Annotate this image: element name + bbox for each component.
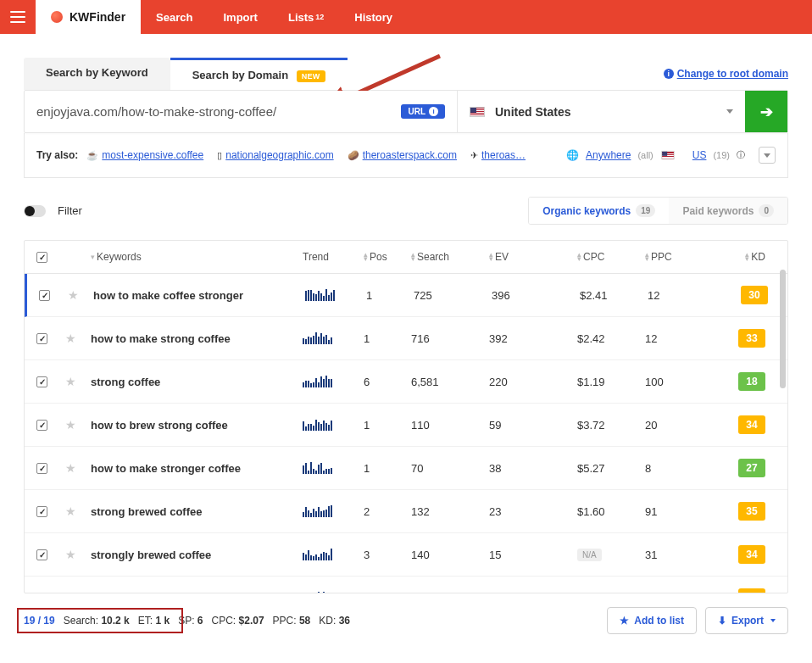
url-badge[interactable]: URL i bbox=[401, 104, 445, 119]
table-row[interactable]: ★ strong coffee beans 4 208 15 $1.31 100… bbox=[25, 577, 787, 593]
row-checkbox[interactable] bbox=[36, 593, 47, 593]
favorite-star[interactable]: ★ bbox=[65, 332, 76, 345]
country-select[interactable]: United States bbox=[457, 91, 745, 132]
col-cpc[interactable]: ▴▾CPC bbox=[577, 251, 645, 263]
select-all-checkbox[interactable] bbox=[36, 252, 47, 263]
try-item[interactable]: ✈theroas… bbox=[470, 149, 526, 161]
col-search[interactable]: ▴▾Search bbox=[411, 251, 489, 263]
col-keywords[interactable]: ▾Keywords bbox=[91, 251, 303, 263]
keyword-type-tabs: Organic keywords 19 Paid keywords 0 bbox=[528, 197, 788, 225]
favorite-star[interactable]: ★ bbox=[65, 591, 76, 593]
trend-bars-icon bbox=[303, 419, 332, 431]
anywhere-count: (all) bbox=[637, 150, 653, 160]
sort-icon: ▴▾ bbox=[745, 253, 749, 261]
table-row[interactable]: ★ how to make stronger coffee 1 70 38 $5… bbox=[25, 447, 787, 490]
export-label: Export bbox=[731, 615, 764, 627]
menu-button[interactable] bbox=[0, 0, 36, 34]
filter-toggle[interactable] bbox=[24, 205, 46, 217]
star-icon: ★ bbox=[620, 615, 629, 627]
table-row[interactable]: ★ how to make strong coffee 1 716 392 $2… bbox=[25, 317, 787, 360]
site-icon: ✈ bbox=[470, 150, 478, 161]
cell-trend bbox=[305, 289, 366, 301]
site-icon: 🥔 bbox=[348, 150, 359, 161]
row-checkbox[interactable] bbox=[36, 333, 47, 344]
search-submit-button[interactable]: ➔ bbox=[745, 91, 787, 132]
table-row[interactable]: ★ how to brew strong coffee 1 110 59 $3.… bbox=[25, 404, 787, 447]
col-ev[interactable]: ▴▾EV bbox=[489, 251, 577, 263]
favorite-star[interactable]: ★ bbox=[65, 504, 76, 518]
table-row[interactable]: ★ how to make coffee stronger 1 725 396 … bbox=[25, 274, 787, 317]
nav-lists[interactable]: Lists12 bbox=[273, 0, 339, 34]
nav-history[interactable]: History bbox=[339, 0, 408, 34]
kd-badge: 18 bbox=[738, 372, 765, 391]
cell-cpc: $3.72 bbox=[577, 419, 645, 432]
search-mode-tabs: Search by Keyword Search by Domain NEW bbox=[24, 58, 348, 90]
lang-icon: ⓘ bbox=[737, 149, 745, 161]
cell-keyword: how to make strong coffee bbox=[91, 332, 303, 345]
location-filters: 🌐 Anywhere (all) US (19) ⓘ bbox=[566, 147, 776, 164]
try-link[interactable]: theroasterspack.com bbox=[363, 149, 457, 161]
us-count: (19) bbox=[713, 150, 730, 160]
keywords-table: ▾Keywords Trend ▴▾Pos ▴▾Search ▴▾EV ▴▾CP… bbox=[24, 240, 788, 593]
change-link-label: Change to root domain bbox=[677, 68, 788, 80]
cell-ev: 15 bbox=[489, 549, 577, 561]
nav-search[interactable]: Search bbox=[141, 0, 208, 34]
cell-search: 132 bbox=[411, 505, 489, 518]
tab-paid-label: Paid keywords bbox=[682, 205, 754, 217]
try-item[interactable]: ▯nationalgeographic.com bbox=[217, 149, 333, 161]
anywhere-link[interactable]: Anywhere bbox=[586, 149, 631, 161]
table-row[interactable]: ★ strong brewed coffee 2 132 23 $1.60 91… bbox=[25, 490, 787, 533]
col-pos[interactable]: ▴▾Pos bbox=[364, 251, 411, 263]
cell-trend bbox=[303, 549, 364, 560]
globe-icon: 🌐 bbox=[566, 149, 579, 161]
nav-import[interactable]: Import bbox=[208, 0, 272, 34]
favorite-star[interactable]: ★ bbox=[68, 288, 79, 302]
cell-search: 725 bbox=[414, 289, 492, 302]
table-row[interactable]: ★ strong coffee 6 6,581 220 $1.19 100 18 bbox=[25, 360, 787, 404]
row-checkbox[interactable] bbox=[36, 549, 47, 560]
try-item[interactable]: ☕most-expensive.coffee bbox=[86, 149, 203, 161]
table-row[interactable]: ★ strongly brewed coffee 3 140 15 N/A 31… bbox=[25, 533, 787, 577]
cell-cpc: N/A bbox=[577, 549, 645, 561]
cell-search: 70 bbox=[411, 462, 489, 475]
cell-pos: 1 bbox=[364, 462, 411, 475]
site-icon: ☕ bbox=[86, 150, 98, 161]
row-checkbox[interactable] bbox=[39, 290, 50, 301]
add-to-list-button[interactable]: ★ Add to list bbox=[607, 607, 697, 634]
change-root-domain-link[interactable]: i Change to root domain bbox=[664, 68, 788, 80]
table-head: ▾Keywords Trend ▴▾Pos ▴▾Search ▴▾EV ▴▾CP… bbox=[25, 241, 787, 274]
us-link[interactable]: US bbox=[692, 149, 707, 161]
try-link[interactable]: theroas… bbox=[481, 149, 526, 161]
export-button[interactable]: ⬇ Export bbox=[705, 607, 788, 634]
flag-us-icon bbox=[470, 107, 485, 117]
favorite-star[interactable]: ★ bbox=[65, 418, 76, 432]
tab-paid-keywords[interactable]: Paid keywords 0 bbox=[669, 198, 787, 224]
expand-locations-button[interactable] bbox=[759, 147, 776, 164]
organic-count: 19 bbox=[636, 204, 655, 217]
url-input[interactable] bbox=[36, 91, 401, 132]
app-logo-tab[interactable]: KWFinder bbox=[36, 0, 141, 34]
cell-trend bbox=[303, 419, 364, 431]
try-link[interactable]: most-expensive.coffee bbox=[102, 149, 203, 161]
try-also-row: Try also: ☕most-expensive.coffee▯nationa… bbox=[24, 133, 788, 178]
row-checkbox[interactable] bbox=[36, 463, 47, 474]
trend-bars-icon bbox=[303, 462, 332, 474]
row-checkbox[interactable] bbox=[36, 506, 47, 517]
favorite-star[interactable]: ★ bbox=[65, 375, 76, 388]
scrollbar[interactable] bbox=[780, 270, 786, 388]
try-item[interactable]: 🥔theroasterspack.com bbox=[348, 149, 457, 161]
favorite-star[interactable]: ★ bbox=[65, 461, 76, 475]
tab-search-by-keyword[interactable]: Search by Keyword bbox=[24, 58, 170, 90]
try-link[interactable]: nationalgeographic.com bbox=[225, 149, 333, 161]
cell-keyword: strongly brewed coffee bbox=[91, 549, 303, 561]
col-kd[interactable]: ▴▾KD bbox=[715, 251, 765, 263]
tab-search-by-domain[interactable]: Search by Domain NEW bbox=[170, 58, 348, 90]
col-trend[interactable]: Trend bbox=[303, 251, 364, 263]
try-also-label: Try also: bbox=[36, 149, 78, 161]
col-ppc[interactable]: ▴▾PPC bbox=[645, 251, 715, 263]
row-checkbox[interactable] bbox=[36, 420, 47, 431]
tab-organic-keywords[interactable]: Organic keywords 19 bbox=[529, 198, 669, 224]
cell-kd: 27 bbox=[715, 459, 765, 477]
row-checkbox[interactable] bbox=[36, 376, 47, 387]
favorite-star[interactable]: ★ bbox=[65, 548, 76, 561]
